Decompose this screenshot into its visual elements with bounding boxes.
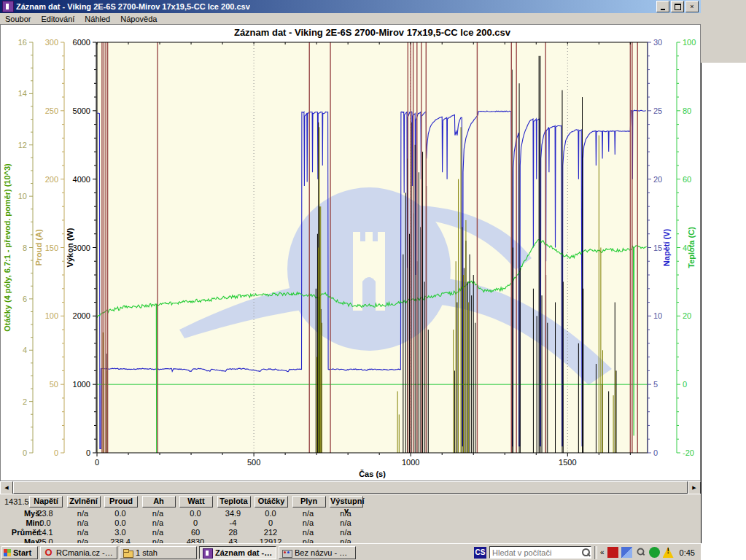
svg-text:100: 100 xyxy=(45,311,58,320)
svg-text:30: 30 xyxy=(653,38,662,47)
stat-column-button-ah[interactable]: Ah xyxy=(142,496,176,508)
svg-text:10: 10 xyxy=(653,311,662,320)
task-button-label: Záznam dat - Viking 2... xyxy=(215,548,273,557)
taskbar-clock: 0:45 xyxy=(677,548,695,557)
svg-text:15: 15 xyxy=(653,244,662,252)
stat-value: 60 xyxy=(179,528,211,537)
tray-green-status-icon[interactable] xyxy=(649,547,660,558)
tray-magnifier-icon[interactable] xyxy=(635,547,646,558)
app-icon xyxy=(202,548,213,558)
tray-warning-icon[interactable]: ! xyxy=(663,547,674,558)
scroll-left-button[interactable]: ◀ xyxy=(0,481,13,494)
start-button[interactable]: Start xyxy=(1,546,38,559)
svg-text:2: 2 xyxy=(23,397,27,406)
stat-value: 14.1 xyxy=(29,528,61,537)
search-icon[interactable] xyxy=(580,548,591,558)
folder-icon xyxy=(123,548,133,558)
axis-teplota: -20020406080100Teplota (C) xyxy=(677,38,696,457)
svg-text:250: 250 xyxy=(45,106,58,115)
close-button[interactable]: × xyxy=(685,1,699,12)
stat-column-button-watt[interactable]: Watt xyxy=(179,496,213,508)
svg-text:50: 50 xyxy=(50,380,58,389)
stat-column-button-zvln-n-[interactable]: Zvlnění xyxy=(67,496,101,508)
svg-text:0: 0 xyxy=(683,380,687,389)
taskbar-search[interactable] xyxy=(489,546,591,559)
svg-text:Výkon (W): Výkon (W) xyxy=(66,228,74,267)
task-button-4[interactable]: Bez názvu - Malování xyxy=(279,546,356,559)
stat-value: n/a xyxy=(292,509,325,518)
svg-text:500: 500 xyxy=(247,458,260,467)
stat-value: n/a xyxy=(142,509,174,518)
tray-red-app-icon[interactable] xyxy=(607,547,618,558)
app-icon xyxy=(2,1,14,12)
svg-text:4: 4 xyxy=(23,346,27,354)
svg-text:10: 10 xyxy=(18,192,27,201)
language-indicator[interactable]: CS xyxy=(474,547,486,559)
svg-text:80: 80 xyxy=(683,106,691,115)
stat-column-button-v-stupn-v[interactable]: Výstupní v xyxy=(330,496,363,508)
task-button-label: Bez názvu - Malování xyxy=(295,548,353,557)
task-button-3[interactable]: Záznam dat - Viking 2... xyxy=(199,546,276,559)
chart-canvas[interactable]: 0246810121416Otáčky (4 póly, 6.7:1 - pře… xyxy=(1,25,702,494)
stat-value: n/a xyxy=(330,518,362,527)
chart-area: Záznam dat - Viking 2E-6S 2700-Mirov 17x… xyxy=(0,24,701,481)
titlebar[interactable]: Záznam dat - Viking 2E-6S 2700-Mirov 17x… xyxy=(0,0,701,13)
svg-text:100: 100 xyxy=(683,38,696,47)
svg-text:25: 25 xyxy=(653,106,662,115)
scroll-right-button[interactable]: ▶ xyxy=(688,481,701,494)
stat-value: 0.0 xyxy=(104,518,136,527)
start-label: Start xyxy=(13,548,31,557)
system-tray: CS « ! 0:45 xyxy=(474,546,701,559)
svg-text:2000: 2000 xyxy=(73,311,90,320)
svg-text:0: 0 xyxy=(86,448,90,457)
menu-item-3[interactable]: Náhled xyxy=(79,14,115,24)
stat-column-button-proud[interactable]: Proud xyxy=(104,496,138,508)
stat-value: n/a xyxy=(67,509,99,518)
windows-logo-icon xyxy=(4,549,11,556)
paint-icon xyxy=(281,548,292,558)
stat-column-button-ot-ky[interactable]: Otáčky xyxy=(255,496,288,508)
search-input[interactable] xyxy=(490,548,580,557)
stat-value: 0.0 xyxy=(29,518,61,527)
svg-text:20: 20 xyxy=(653,175,662,184)
task-button-1[interactable]: ORCmania.cz - web pro m... xyxy=(40,546,117,559)
svg-text:6000: 6000 xyxy=(73,38,90,47)
svg-text:0: 0 xyxy=(23,448,27,457)
stat-value: n/a xyxy=(292,518,325,527)
minimize-button[interactable] xyxy=(656,1,669,12)
stat-column-button-teplota[interactable]: Teplota xyxy=(217,496,251,508)
horizontal-scrollbar[interactable]: ◀ ▶ xyxy=(0,481,701,494)
stat-value: 28 xyxy=(217,528,249,537)
svg-text:8: 8 xyxy=(23,244,27,252)
tray-network-icon[interactable] xyxy=(621,547,632,558)
window-controls: × xyxy=(656,1,701,12)
axis-otacky: 0246810121416Otáčky (4 póly, 6.7:1 - pře… xyxy=(3,38,33,457)
svg-text:Otáčky (4 póly, 6.7:1 - převod: Otáčky (4 póly, 6.7:1 - převod. poměr) (… xyxy=(3,163,12,332)
svg-text:-20: -20 xyxy=(683,448,694,457)
svg-text:Napětí (V): Napětí (V) xyxy=(662,228,671,266)
scrollbar-thumb[interactable] xyxy=(13,481,688,494)
stat-value: 0.0 xyxy=(104,509,136,518)
svg-text:Proud (A): Proud (A) xyxy=(34,229,43,265)
task-button-label: 1 stah xyxy=(136,548,158,557)
stat-value: n/a xyxy=(330,509,362,518)
status-panel: 1431.5s NapětíZvlněníProudAhWattTeplotaO… xyxy=(0,494,701,544)
task-button-2[interactable]: 1 stah xyxy=(120,546,197,559)
restore-button[interactable] xyxy=(671,1,684,12)
stat-value: 34.9 xyxy=(217,509,249,518)
svg-text:200: 200 xyxy=(45,175,58,184)
axis-proud: 050100150200250300Proud (A) xyxy=(34,38,64,457)
stat-value: n/a xyxy=(67,518,99,527)
menu-item-4[interactable]: Nápověda xyxy=(115,14,162,24)
svg-text:14: 14 xyxy=(18,89,27,98)
menu-item-2[interactable]: Editování xyxy=(36,14,79,24)
menu-item-1[interactable]: Soubor xyxy=(0,14,36,24)
stat-column-button-nap-t-[interactable]: Napětí xyxy=(29,496,63,508)
app-window: Záznam dat - Viking 2E-6S 2700-Mirov 17x… xyxy=(0,0,701,543)
stat-value: 212 xyxy=(255,528,287,537)
stat-value: n/a xyxy=(330,528,362,537)
taskbar: Start ORCmania.cz - web pro m...1 stahZá… xyxy=(0,543,701,560)
collapse-chevron-icon[interactable]: « xyxy=(600,548,605,556)
tray-divider xyxy=(594,546,597,559)
stat-column-button-plyn[interactable]: Plyn xyxy=(292,496,326,508)
